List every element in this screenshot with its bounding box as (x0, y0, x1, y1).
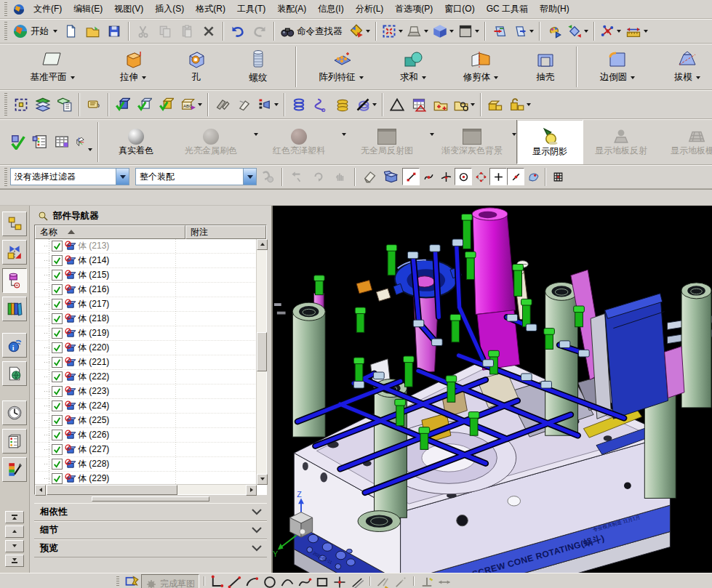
menu-gc-toolbox[interactable]: GC 工具箱 (481, 0, 534, 18)
tree-row[interactable]: 体 (222) (35, 370, 257, 384)
assembly-constraints-icon[interactable] (565, 21, 591, 41)
select-previous-icon[interactable] (286, 166, 308, 187)
roles-tab[interactable] (2, 457, 27, 482)
checkbox-checked[interactable] (52, 313, 63, 324)
selection-filter-combo[interactable]: 没有选择过滤器 (10, 168, 129, 185)
measure-icon[interactable] (623, 21, 650, 41)
menu-view[interactable]: 视图(V) (108, 0, 149, 18)
snap-arc-center-toggle[interactable] (455, 168, 472, 185)
arc-icon[interactable] (244, 574, 260, 588)
checkbox-checked[interactable] (52, 444, 63, 455)
tree-row[interactable]: 体 (216) (35, 283, 257, 297)
rotate-select-icon[interactable] (308, 166, 329, 187)
horizontal-scroll-thumb[interactable] (47, 485, 177, 495)
snap-grid-point-toggle[interactable] (549, 168, 567, 185)
snap-intersection-toggle[interactable] (437, 168, 455, 185)
menu-insert[interactable]: 插入(S) (149, 0, 190, 18)
scroll-down-arrow[interactable] (257, 474, 268, 485)
finish-sketch-button[interactable]: 完成草图 (141, 574, 199, 588)
lock-features-icon[interactable] (484, 94, 506, 115)
tree-row[interactable]: 体 (228) (35, 457, 257, 472)
display-mode-icon[interactable] (405, 21, 431, 41)
tree-row[interactable]: 体 (226) (35, 428, 257, 443)
command-finder-button[interactable]: 命令查找器 (278, 21, 347, 41)
snap-point-on-curve-toggle[interactable] (420, 168, 437, 185)
checkbox-checked[interactable] (52, 241, 63, 251)
menu-help[interactable]: 帮助(H) (534, 0, 575, 18)
show-constraints-icon[interactable] (598, 21, 623, 41)
dimension-icon[interactable] (436, 574, 452, 588)
quick-trim-icon[interactable] (375, 574, 391, 588)
panel-splitter[interactable] (34, 495, 267, 503)
combo-dropdown-icon[interactable] (243, 169, 256, 185)
hole-group-icon[interactable] (452, 94, 477, 115)
spring-blue-icon[interactable] (288, 94, 310, 115)
save-icon[interactable] (103, 21, 125, 41)
menu-window[interactable]: 窗口(O) (439, 0, 480, 18)
checkbox-checked[interactable] (52, 371, 63, 382)
snap-midpoint-toggle[interactable] (507, 168, 524, 185)
floor-grid-button[interactable]: 显示地板栅格 (659, 121, 712, 163)
snap-endpoint-toggle[interactable] (402, 168, 420, 185)
annotation-note-icon[interactable] (83, 94, 105, 115)
pattern-feature-button[interactable]: 阵列特征 (300, 44, 383, 89)
line-icon[interactable] (227, 574, 243, 588)
scroll-right-arrow[interactable] (246, 485, 257, 496)
spring-disabled-icon[interactable] (353, 94, 379, 115)
operation-list-icon[interactable] (29, 132, 51, 152)
profile-icon[interactable] (209, 574, 225, 588)
open-box-icon[interactable] (380, 166, 402, 187)
tree-row[interactable]: 体 (223) (35, 384, 257, 399)
checkbox-checked[interactable] (52, 400, 63, 411)
delete-icon[interactable] (198, 21, 220, 41)
unite-button[interactable]: 求和 (383, 44, 444, 89)
reorder-feature-icon[interactable] (255, 94, 281, 115)
draft-button[interactable]: 拔模 (655, 44, 712, 89)
checkbox-checked[interactable] (52, 473, 63, 484)
tree-row[interactable]: 体 (225) (35, 414, 257, 428)
tree-row[interactable]: 体 (215) (35, 268, 257, 283)
checkbox-checked[interactable] (52, 357, 63, 368)
snap-existing-point-toggle[interactable] (489, 168, 507, 185)
tree-vertical-scrollbar[interactable] (256, 239, 266, 485)
edge-blend-button[interactable]: 边倒圆 (580, 44, 655, 89)
vertical-scroll-thumb[interactable] (257, 332, 267, 371)
tree-row[interactable]: 体 (221) (35, 355, 257, 370)
show-shadow-button[interactable]: 显示阴影 (516, 119, 583, 164)
3d-model-canvas[interactable]: NO-3399-102 SCREW CONE ROTATING(蜗斗) 专业模具… (273, 206, 712, 573)
conic-icon[interactable] (279, 574, 295, 588)
red-plastic-button[interactable]: 红色亮泽塑料 (258, 121, 340, 163)
gradient-background-button[interactable]: 渐变深灰色背景 (434, 121, 510, 163)
tree-horizontal-scrollbar[interactable] (35, 484, 257, 494)
snap-point-on-face-toggle[interactable] (524, 168, 542, 185)
checkbox-checked[interactable] (52, 342, 63, 353)
tree-row[interactable]: 体 (218) (35, 312, 257, 326)
menu-file[interactable]: 文件(F) (28, 0, 68, 18)
toolbar-grip[interactable] (4, 93, 7, 116)
new-part-icon[interactable] (60, 21, 81, 41)
spline-icon[interactable] (297, 574, 313, 588)
scroll-down-button[interactable] (5, 540, 24, 552)
eraser-icon[interactable] (359, 166, 380, 187)
scroll-top-button[interactable] (5, 511, 24, 523)
menu-format[interactable]: 格式(R) (190, 0, 231, 18)
history-tab[interactable] (2, 361, 27, 386)
assembly-navigator-tab[interactable] (2, 212, 27, 236)
constraint-icon[interactable] (419, 574, 435, 588)
fit-view-icon[interactable] (380, 21, 405, 41)
copy-icon[interactable] (154, 21, 176, 41)
paste-icon[interactable] (176, 21, 198, 41)
layer-category-icon[interactable] (54, 94, 76, 115)
draft-analysis-triangle-icon[interactable] (386, 94, 408, 115)
column-header-name[interactable]: 名称 (35, 225, 185, 239)
menu-preferences[interactable]: 首选项(P) (389, 0, 439, 18)
selection-scope-combo[interactable]: 整个装配 (135, 168, 257, 185)
menu-edit[interactable]: 编辑(E) (68, 0, 108, 18)
checkbox-checked[interactable] (52, 270, 63, 281)
toolbar-grip[interactable] (4, 22, 7, 41)
tree-row[interactable]: 体 (213) (35, 239, 257, 254)
point-set-icon[interactable] (430, 94, 452, 115)
part-navigator-tab[interactable] (2, 268, 27, 293)
graphics-viewport[interactable]: NO-3399-102 SCREW CONE ROTATING(蜗斗) 专业模具… (273, 206, 712, 573)
highlight-related-icon[interactable] (257, 166, 279, 187)
